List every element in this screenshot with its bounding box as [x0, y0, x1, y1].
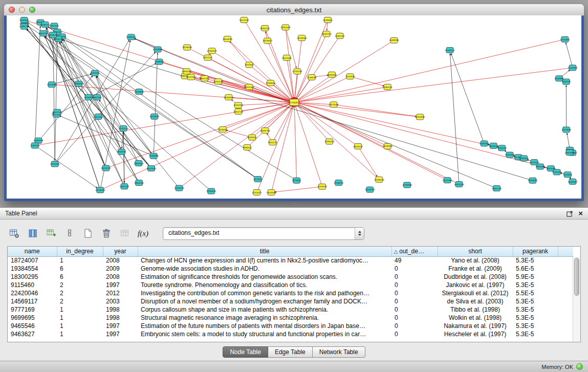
citation-edge[interactable]	[43, 25, 296, 181]
citation-edge[interactable]	[35, 26, 40, 146]
citation-edge[interactable]	[297, 76, 350, 101]
citation-edge[interactable]	[450, 54, 460, 184]
citation-edge[interactable]	[52, 74, 92, 85]
citation-edge[interactable]	[27, 22, 258, 179]
cell-in_degree: 1	[57, 314, 103, 322]
delete-icon[interactable]	[99, 227, 113, 240]
col-header-in-degree[interactable]: in_degree	[57, 247, 103, 256]
citation-edge[interactable]	[295, 106, 322, 187]
table-row[interactable]: 911546021997Tourette syndrome. Phenomeno…	[8, 281, 573, 289]
table-row[interactable]: 1938455462009Genome-wide association stu…	[8, 265, 573, 273]
citation-edge[interactable]	[350, 76, 384, 86]
node-label: 17237519	[118, 127, 128, 130]
import-table-icon[interactable]	[44, 227, 58, 240]
combo-stepper-icon[interactable]	[355, 228, 364, 239]
cell-short: Tibbo et al. (1998)	[438, 305, 513, 314]
citation-edge[interactable]	[275, 187, 322, 192]
citation-edge[interactable]	[35, 145, 97, 188]
col-header-title[interactable]: title	[138, 247, 391, 256]
citation-edge[interactable]	[451, 54, 484, 144]
citation-edge[interactable]	[179, 104, 291, 188]
citation-edge[interactable]	[298, 103, 420, 117]
table-row[interactable]: 946554611997Estimation of the future num…	[8, 322, 573, 330]
table-row[interactable]: 1830029562008Estimation of significance …	[8, 273, 573, 281]
citation-edge[interactable]	[286, 28, 294, 99]
cell-in_degree: 6	[57, 273, 103, 281]
table-scrollbar[interactable]	[573, 257, 580, 342]
node-label: 18505146	[54, 38, 64, 40]
citation-edge[interactable]	[238, 102, 291, 105]
citation-edge[interactable]	[295, 72, 297, 99]
node-label: 20742268	[95, 189, 105, 191]
citation-edge[interactable]	[294, 106, 296, 181]
new-document-icon[interactable]	[81, 227, 95, 240]
delete-table-icon[interactable]	[118, 227, 132, 240]
node-label: 18570249	[454, 183, 464, 186]
citation-edge[interactable]	[252, 105, 292, 138]
citation-edge[interactable]	[223, 104, 291, 129]
col-header-pagerank[interactable]: pagerank	[513, 247, 558, 256]
row-tools-icon[interactable]	[62, 227, 76, 240]
table-row[interactable]: 1456911722003Disruption of a novel membe…	[8, 297, 573, 305]
table-options-icon[interactable]	[7, 227, 21, 240]
cell-pagerank: 5.9E-5	[513, 273, 558, 281]
close-window-button[interactable]	[9, 7, 15, 13]
scrollbar-thumb[interactable]	[574, 258, 579, 296]
float-panel-icon[interactable]	[567, 210, 573, 217]
citation-edge[interactable]	[135, 38, 497, 188]
citation-edge[interactable]	[298, 103, 551, 169]
table-row[interactable]: 969969511998Structural magnetic resonanc…	[8, 314, 573, 322]
citation-edge[interactable]	[63, 40, 139, 183]
function-builder-icon[interactable]: f(x)	[136, 227, 150, 240]
minimize-window-button[interactable]	[19, 7, 25, 13]
network-canvas[interactable]: 2267208814558407166572231101446611599349…	[7, 15, 581, 199]
zoom-window-button[interactable]	[29, 7, 35, 13]
col-header-out-degree[interactable]: △out_de…	[391, 247, 438, 256]
panel-splitter[interactable]	[0, 201, 588, 207]
close-panel-icon[interactable]: ×	[578, 210, 583, 217]
citation-edge[interactable]	[99, 100, 151, 168]
table-row[interactable]: 946362711997Embryonic stem cells: a mode…	[8, 330, 573, 338]
cell-short: Nakamura et al. (1997)	[438, 322, 513, 330]
node-label: 15654085	[528, 179, 538, 182]
node-label: 11014466	[282, 57, 292, 59]
citation-edge[interactable]	[358, 146, 377, 177]
col-header-short[interactable]: short	[438, 247, 513, 256]
citation-edge[interactable]	[297, 105, 379, 180]
table-row[interactable]: 977716911998Corpus callosum shape and si…	[8, 305, 573, 314]
table-toolbar: f(x) citations_edges.txt	[7, 226, 364, 241]
citation-edge[interactable]	[296, 36, 340, 99]
citation-edge[interactable]	[62, 40, 533, 181]
cell-filler	[558, 256, 573, 265]
citation-edge[interactable]	[249, 87, 291, 101]
node-label: 14349398	[33, 139, 43, 142]
citation-edge[interactable]	[286, 28, 296, 68]
table-select-combo[interactable]: citations_edges.txt	[163, 227, 364, 240]
citation-edge[interactable]	[53, 35, 55, 160]
tab-node-table[interactable]: Node Table	[223, 346, 268, 358]
table-row[interactable]: 2242004622012Investigating the contribut…	[8, 289, 573, 297]
tab-network-table[interactable]: Network Table	[313, 346, 365, 358]
citation-edge[interactable]	[298, 68, 573, 102]
citation-edge[interactable]	[60, 42, 106, 168]
col-header-name[interactable]: name	[8, 247, 57, 256]
show-columns-icon[interactable]	[26, 227, 39, 240]
citation-edge[interactable]	[230, 41, 249, 64]
cell-out_de: 0	[391, 265, 438, 273]
citation-edge[interactable]	[100, 104, 291, 190]
citation-edge[interactable]	[227, 39, 292, 100]
splitter-grip-icon	[292, 203, 297, 206]
window-titlebar[interactable]: citations_edges.txt	[4, 4, 584, 16]
tab-edge-table[interactable]: Edge Table	[268, 346, 313, 358]
citation-edge[interactable]	[212, 51, 291, 100]
citation-edge[interactable]	[54, 38, 106, 168]
citation-edge[interactable]	[297, 40, 394, 101]
citation-edge[interactable]	[26, 23, 139, 183]
table-row[interactable]: 1872400712008Changes of HCN gene express…	[8, 256, 573, 265]
citation-edge[interactable]	[566, 43, 573, 68]
node-label: 14856087	[535, 165, 546, 168]
citation-edge[interactable]	[296, 34, 326, 99]
citation-edge[interactable]	[298, 39, 565, 101]
col-header-year[interactable]: year	[103, 247, 138, 256]
citation-edge[interactable]	[334, 104, 417, 116]
